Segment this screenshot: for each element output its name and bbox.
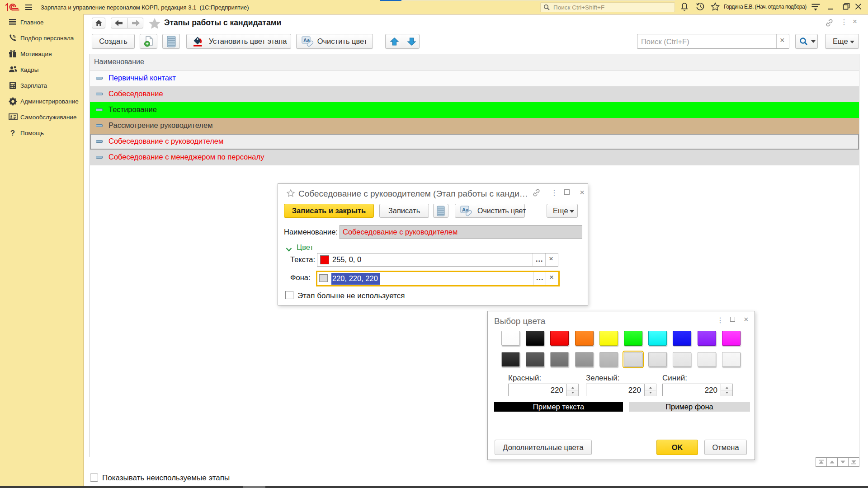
svg-text:Aa: Aa	[303, 38, 310, 43]
svg-text:Aa: Aa	[462, 207, 469, 212]
